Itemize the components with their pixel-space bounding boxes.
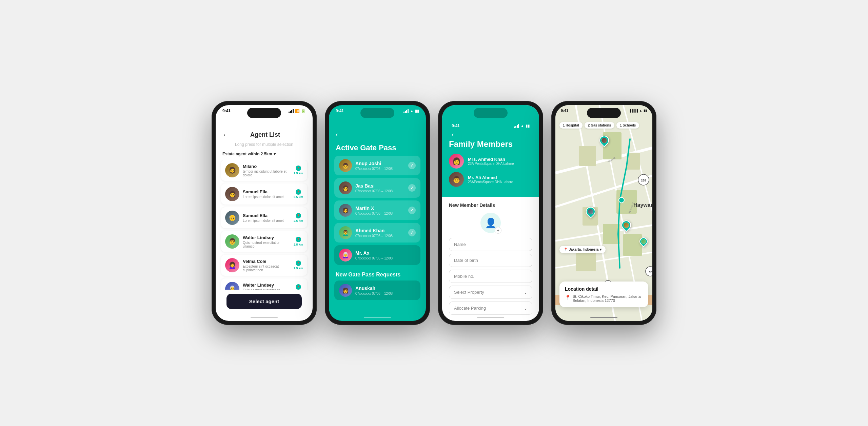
gate-name-4: Mr. Ax (355, 250, 416, 256)
agent-avatar-3: 👨 (225, 234, 239, 249)
gate-pass-item-4[interactable]: 👩‍🦳 Mr. Ax 07xxxxxxx 07/06 – 12/08 (334, 245, 420, 265)
agent-info-5: Walter Lindsey Quis nostrud exercitation… (243, 283, 290, 290)
form-field-4[interactable]: Allocate Parking ⌄ (449, 302, 532, 315)
page-title-1: Agent List (233, 131, 306, 138)
agent-avatar-5: 👨‍🦳 (225, 282, 239, 290)
gate-avatar-2: 🧔 (339, 204, 352, 217)
location-pin-icon-4: 📍 (296, 260, 301, 266)
agent-desc-3: Quis nostrud exercitation ullamco (243, 241, 290, 248)
agent-dist-1: 📍 2.5 km (294, 189, 303, 199)
phones-container: 9:41 📶 🔋 ← Agent List (212, 101, 656, 325)
agent-dist-2: 📍 2.5 km (294, 213, 303, 222)
avatar-upload[interactable]: 👤 ＋ (449, 213, 532, 233)
phone3-header: 9:41 ▲ ▮▮ ‹ Famil (442, 105, 539, 197)
signal-icon-4: ▐▐▐▐ (629, 109, 638, 112)
home-indicator-4 (590, 317, 617, 318)
agent-avatar-1: 👩 (225, 187, 239, 201)
agent-list-item[interactable]: 👩‍🦱 Velma Cole Excepteur sint occaecat c… (221, 255, 307, 276)
agent-list-item[interactable]: 👨 Walter Lindsey Quis nostrud exercitati… (221, 231, 307, 252)
map-pin-1 (599, 136, 609, 145)
chevron-icon-4: ⌄ (524, 306, 527, 311)
location-selector[interactable]: 📍 Jakarta, Indonesia ▾ (559, 246, 606, 253)
gate-sub-3: 07xxxxxxx 07/06 – 12/08 (355, 234, 405, 238)
gate-info-4: Mr. Ax 07xxxxxxx 07/06 – 12/08 (355, 250, 416, 260)
agent-info-0: Milano tempor incididunt ut labore et do… (243, 164, 290, 177)
back-button-3[interactable]: ‹ (449, 131, 532, 138)
gate-avatar-4: 👩‍🦳 (339, 249, 352, 262)
new-request-item-0[interactable]: 👩 Anuskah 07xxxxxxx 07/06 – 12/08 (334, 280, 420, 300)
gate-sub-2: 07xxxxxxx 07/06 – 12/08 (355, 212, 405, 215)
avatar-circle: 👤 ＋ (480, 213, 501, 233)
agent-name-1: Samuel Ella (243, 189, 290, 194)
status-icons-1: 📶 🔋 (289, 109, 306, 113)
filter-row[interactable]: Estate agent within 2.5km ▾ (216, 150, 313, 160)
agent-name-4: Velma Cole (243, 259, 290, 264)
nearby-chips: 1 Hospital 2 Gas stations 1 Schools (555, 122, 652, 129)
gate-info-0: Anup Joshi 07xxxxxxx 07/06 – 12/08 (355, 161, 405, 171)
form-field-3[interactable]: Select Property ⌄ (449, 286, 532, 299)
field-label-2: Mobile no. (454, 274, 474, 279)
gate-pass-item-1[interactable]: 👩 Jas Basi 07xxxxxxx 07/06 – 12/08 ✓ (334, 178, 420, 198)
home-indicator-3 (477, 317, 504, 318)
avatar-add-icon[interactable]: ＋ (495, 227, 501, 234)
agent-desc-2: Lorem ipsum dolor sit amet (243, 219, 290, 222)
notch-4 (587, 108, 621, 118)
phone-family: 9:41 ▲ ▮▮ ‹ Famil (438, 101, 543, 325)
location-selector-label: Jakarta, Indonesia (569, 248, 598, 251)
subtitle-hint: Long press for multiple selection (216, 142, 313, 150)
battery-icon-3: ▮▮ (526, 124, 530, 128)
gate-pass-title: Active Gate Pass (329, 143, 426, 156)
form-field-2[interactable]: Mobile no. (449, 270, 532, 283)
chip-hospital[interactable]: 1 Hospital (559, 122, 583, 129)
location-pin-icon-2: 📍 (296, 213, 301, 218)
agent-name-3: Walter Lindsey (243, 235, 290, 240)
select-agent-button[interactable]: Select agent (226, 294, 302, 309)
time-4: 9:41 (561, 109, 568, 113)
agent-desc-0: tempor incididunt ut labore et dolore (243, 170, 290, 177)
new-member-title: New Member Details (449, 202, 532, 208)
family-avatar-1: 👩 (449, 154, 464, 169)
family-name-2: Mr. Ali Ahmed (468, 175, 513, 180)
family-title: Family Members (449, 139, 532, 149)
back-button-1[interactable]: ← (222, 131, 229, 139)
family-info-1: Mrs. Ahmed Khan 23A PentaSquare DHA Laho… (468, 157, 514, 166)
field-label-3: Select Property (454, 290, 484, 295)
phone-agent-list: 9:41 📶 🔋 ← Agent List (212, 101, 317, 325)
gate-name-3: Ahmed Khan (355, 228, 405, 233)
location-pin-icon-5: 📍 (296, 284, 301, 290)
form-field-1[interactable]: Date of birth (449, 254, 532, 267)
signal-icon-1 (289, 109, 294, 113)
agent-list-item[interactable]: 🧔 Milano tempor incididunt ut labore et … (221, 160, 307, 181)
new-req-info-0: Anuskah 07xxxxxxx 07/06 – 12/08 (355, 286, 416, 295)
back-button-2[interactable]: ‹ (336, 131, 338, 138)
gate-pass-item-2[interactable]: 🧔 Martin X 07xxxxxxx 07/06 – 12/08 ✓ (334, 200, 420, 220)
family-member-2: 👨 Mr. Ali Ahmed 23APentaSquare DHA Lahor… (449, 172, 532, 187)
gate-avatar-0: 👨 (339, 159, 352, 172)
notch-3 (474, 108, 508, 118)
gate-pass-item-3[interactable]: 👨‍🦱 Ahmed Khan 07xxxxxxx 07/06 – 12/08 ✓ (334, 223, 420, 243)
family-addr-2: 23APentaSquare DHA Lahore (468, 180, 513, 184)
gate-info-3: Ahmed Khan 07xxxxxxx 07/06 – 12/08 (355, 228, 405, 238)
wifi-icon-3: ▲ (520, 124, 524, 128)
wifi-icon-2: ▲ (410, 109, 414, 113)
new-req-sub-0: 07xxxxxxx 07/06 – 12/08 (355, 292, 416, 295)
agent-dist-4: 📍 2.5 km (294, 260, 303, 270)
notch-1 (247, 108, 281, 118)
form-field-0[interactable]: Name (449, 238, 532, 251)
family-avatar-2: 👨 (449, 172, 464, 187)
chip-gas[interactable]: 2 Gas stations (585, 122, 614, 129)
phone-gate-pass: 9:41 ▲ ▮▮ ‹ Active Gate (325, 101, 430, 325)
chip-schools[interactable]: 1 Schools (616, 122, 639, 129)
agent-dist-text-1: 2.5 km (294, 195, 303, 199)
gate-pass-item-0[interactable]: 👨 Anup Joshi 07xxxxxxx 07/06 – 12/08 ✓ (334, 156, 420, 175)
map-overlay: 9:41 ▐▐▐▐ ▲ ▮▮ 1 Hospital 2 Gas stations (555, 105, 652, 321)
agent-dist-3: 📍 2.5 km (294, 237, 303, 246)
battery-icon-4: ▮▮ (644, 109, 647, 112)
location-detail-card: Location detail 📍 St. Cikoko Timur, Kec.… (559, 282, 648, 307)
agent-list-item[interactable]: 👩 Samuel Ella Lorem ipsum dolor sit amet… (221, 183, 307, 205)
agent-list-item[interactable]: 👴 Samuel Ella Lorem ipsum dolor sit amet… (221, 207, 307, 228)
agent-desc-4: Excepteur sint occaecat cupidatat non (243, 265, 290, 272)
agent-list-item[interactable]: 👨‍🦳 Walter Lindsey Quis nostrud exercita… (221, 278, 307, 290)
agent-avatar-0: 🧔 (225, 163, 239, 177)
time-1: 9:41 (222, 109, 231, 113)
